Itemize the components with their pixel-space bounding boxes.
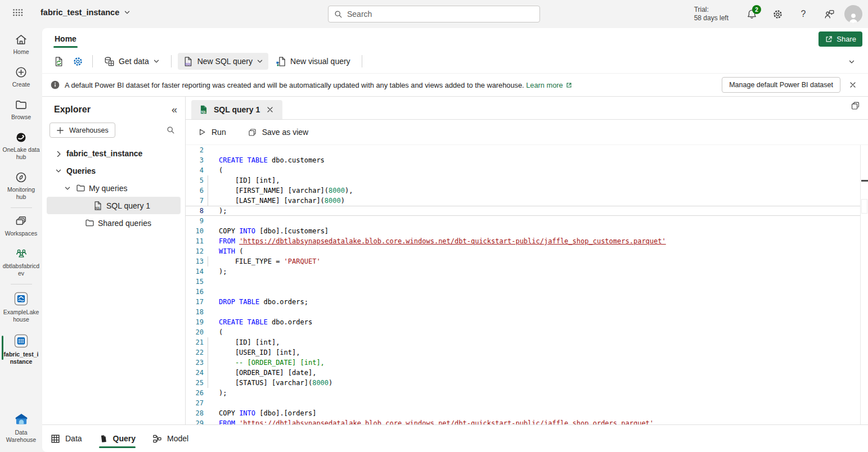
code-token: ( — [235, 247, 243, 255]
editor-line[interactable]: 9 — [186, 216, 860, 226]
save-as-view-button[interactable]: Save as view — [244, 125, 312, 140]
editor-line[interactable]: 28COPY INTO [dbo].[orders] — [186, 408, 860, 418]
sql-editor[interactable]: 23CREATE TABLE dbo.customers4(5 [ID] [in… — [186, 145, 868, 424]
view-tab-data[interactable]: Data — [51, 425, 82, 452]
code-token: dbo.orders — [268, 318, 312, 326]
code-token: ); — [219, 207, 227, 215]
share-button[interactable]: Share — [818, 31, 862, 47]
editor-line[interactable]: 10COPY INTO [dbo].[customers] — [186, 226, 860, 236]
explorer-collapse-button[interactable]: « — [172, 105, 177, 115]
folder-large-icon — [15, 98, 28, 111]
editor-line[interactable]: 7 [LAST_NAME] [varchar](8000) — [186, 196, 860, 206]
editor-line[interactable]: 8); — [186, 206, 860, 216]
tab-close-button[interactable] — [265, 105, 275, 115]
warehouse-settings-button[interactable] — [69, 53, 86, 70]
share-icon — [825, 35, 833, 43]
add-warehouses-button[interactable]: Warehouses — [50, 123, 115, 138]
tree-item-label: fabric_test_instance — [66, 149, 142, 158]
editor-line[interactable]: 25 [STATUS] [varchar](8000) — [186, 378, 860, 388]
editor-line[interactable]: 24 [ORDER_DATE] [date], — [186, 368, 860, 378]
nav-rail-item-home[interactable]: Home — [1, 33, 42, 56]
code-content: [USER_ID] [int], — [204, 349, 860, 356]
code-link[interactable]: 'https://dbtlabsynapsedatalake.blob.core… — [239, 237, 666, 245]
nav-rail-item-browse[interactable]: Browse — [1, 98, 42, 121]
view-tab-model[interactable]: Model — [152, 425, 188, 452]
editor-line[interactable]: 6 [FIRST_NAME] [varchar](8000), — [186, 186, 860, 196]
code-content: ); — [204, 207, 860, 215]
nav-rail-item-examplelakehouse[interactable]: ExampleLakehouse — [1, 291, 42, 323]
editor-line[interactable]: 5 [ID] [int], — [186, 175, 860, 186]
code-token: ( — [219, 166, 223, 174]
explorer-search-button[interactable] — [167, 126, 175, 134]
learn-more-link[interactable]: Learn more — [526, 81, 572, 89]
ribbon-tab-home[interactable]: Home — [53, 32, 78, 46]
search-input[interactable] — [347, 10, 539, 19]
settings-button[interactable] — [767, 3, 788, 25]
nav-rail-item-onelake-data-hub[interactable]: OneLake data hub — [1, 131, 42, 161]
nav-rail-item-data-warehouse[interactable]: Data Warehouse — [1, 412, 42, 444]
editor-line[interactable]: 18 — [186, 307, 860, 317]
feedback-button[interactable] — [818, 3, 840, 25]
editor-line[interactable]: 12WITH ( — [186, 246, 860, 256]
workspace-switcher[interactable]: fabric_test_instance — [41, 8, 131, 17]
editor-line[interactable]: 3CREATE TABLE dbo.customers — [186, 155, 860, 165]
new-sql-query-button[interactable]: SQL New SQL query — [178, 53, 268, 70]
editor-line[interactable]: 19CREATE TABLE dbo.orders — [186, 317, 860, 327]
nav-rail-item-fabric-test-instance[interactable]: fabric_test_instance — [1, 333, 42, 365]
notifications-button[interactable]: 2 — [741, 3, 762, 25]
run-button[interactable]: Run — [194, 125, 230, 139]
nav-rail-item-workspaces[interactable]: Workspaces — [1, 215, 42, 237]
nav-rail-item-label: Create — [12, 81, 30, 88]
editor-overview-ruler[interactable] — [860, 145, 868, 424]
query-tab[interactable]: SQL SQL query 1 — [191, 100, 282, 119]
view-tab-query[interactable]: Query — [99, 425, 136, 452]
editor-line[interactable]: 23 -- [ORDER_DATE] [int], — [186, 358, 860, 368]
editor-line[interactable]: 26); — [186, 388, 860, 398]
editor-line[interactable]: 27 — [186, 398, 860, 408]
app-launcher-button[interactable] — [12, 8, 25, 20]
tree-item-shared-queries[interactable]: Shared queries — [47, 214, 181, 232]
editor-line[interactable]: 22 [USER_ID] [int], — [186, 347, 860, 358]
tree-item-fabric-test-instance[interactable]: fabric_test_instance — [47, 144, 181, 162]
banner-close-button[interactable] — [845, 78, 860, 92]
query-doc-icon — [99, 434, 108, 444]
get-data-button[interactable]: Get data — [99, 53, 165, 70]
editor-line[interactable]: 20( — [186, 327, 860, 337]
tree-item-my-queries[interactable]: My queries — [47, 179, 181, 197]
ribbon-collapse-button[interactable] — [844, 55, 859, 69]
editor-line[interactable]: 14); — [186, 266, 860, 277]
account-avatar[interactable] — [844, 5, 862, 23]
chevron-right-icon — [54, 150, 63, 157]
nav-rail-item-monitoring-hub[interactable]: Monitoring hub — [1, 171, 42, 201]
editor-line[interactable]: 2 — [186, 145, 860, 155]
refresh-button[interactable] — [50, 53, 67, 70]
code-content: ); — [204, 268, 860, 275]
editor-line[interactable]: 4( — [186, 165, 860, 175]
line-number: 19 — [186, 318, 204, 326]
editor-line[interactable]: 17DROP TABLE dbo.orders; — [186, 297, 860, 307]
nav-rail-item-label: Workspaces — [5, 230, 38, 237]
help-button[interactable]: ? — [793, 3, 814, 25]
line-number: 5 — [186, 177, 204, 184]
tree-item-sql-query-1[interactable]: SQLSQL query 1 — [47, 197, 181, 214]
editor-line[interactable]: 13 FILE_TYPE = 'PARQUET' — [186, 256, 860, 266]
editor-line[interactable]: 15 — [186, 277, 860, 287]
code-token: ) — [341, 197, 345, 205]
feedback-icon — [824, 9, 835, 20]
editor-line[interactable]: 16 — [186, 287, 860, 297]
editor-line[interactable]: 11FROM 'https://dbtlabsynapsedatalake.bl… — [186, 236, 860, 246]
tree-item-queries[interactable]: Queries — [47, 162, 181, 179]
new-visual-query-button[interactable]: New visual query — [271, 53, 356, 70]
editor-line[interactable]: 21 [ID] [int], — [186, 337, 860, 347]
line-number: 4 — [186, 166, 204, 174]
warehouse-badge-icon — [14, 333, 29, 349]
line-number: 28 — [186, 409, 204, 417]
nav-rail-item-dbtlabsfabricdev[interactable]: dbtlabsfabricdev — [1, 247, 42, 277]
line-number: 26 — [186, 389, 204, 397]
editor-line[interactable]: 29FROM 'https://dbtlabsynapsedatalake.bl… — [186, 418, 860, 424]
copy-button[interactable] — [851, 101, 860, 111]
nav-rail-item-create[interactable]: Create — [1, 66, 42, 88]
manage-default-dataset-button[interactable]: Manage default Power BI dataset — [722, 77, 840, 93]
code-link[interactable]: 'https://dbtlabsynapsedatalake.blob.core… — [239, 419, 654, 424]
explorer-panel: Explorer « Warehouses fabric_test_instan… — [42, 97, 186, 424]
